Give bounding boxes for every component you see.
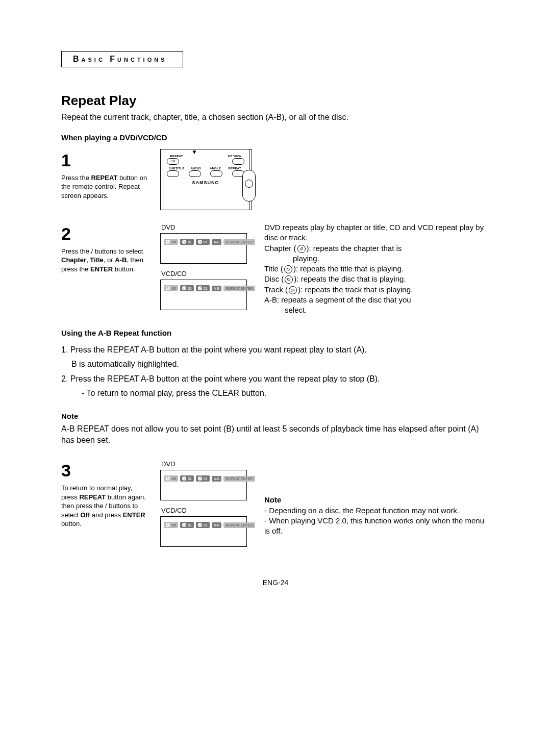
step-2-info: DVD repeats play by chapter or title, CD… [264,222,490,315]
osd-vcdcd-label-2: VCD/CD [161,507,252,514]
sidenote-2: - When playing VCD 2.0, this function wo… [264,516,490,537]
remote-button [210,170,222,177]
note-heading: Note [61,412,490,420]
step-3-sidenote: Note - Depending on a disc, the Repeat f… [264,459,490,536]
step-2-number: 2 [61,222,148,246]
step-1-row: 1 Press the REPEAT button on the remote … [61,149,490,210]
manual-page: Basic Functions Repeat Play Repeat the c… [0,0,551,617]
osd-dvd-label: DVD [161,223,252,231]
sidenote-1: - Depending on a disc, the Repeat functi… [264,506,490,516]
note-text: A-B REPEAT does not allow you to set poi… [61,423,490,446]
osd-dvd-label-2: DVD [161,460,252,468]
remote-control-diagram: ▼ REPEAT EZ VIEW A-B SUBTITLE AUDIO ANGL… [160,149,252,210]
step-1-text: 1 Press the REPEAT button on the remote … [61,149,148,200]
subheading-playing: When playing a DVD/VCD/CD [61,133,490,142]
step-1-number: 1 [61,149,148,172]
samsung-logo: SAMSUNG [167,180,244,185]
step-3-number: 3 [61,459,148,483]
remote-button: A-B [167,158,179,165]
intro-text: Repeat the current track, chapter, title… [61,113,490,122]
step-3-text: 3 To return to normal play, press REPEAT… [61,459,148,528]
track-repeat-icon: ◎ [289,286,297,294]
ab-step-1b: B is automatically highlighted. [61,359,490,370]
remote-button [232,158,244,165]
page-title: Repeat Play [61,93,490,109]
remote-jog-wheel [242,170,256,201]
remote-button [167,170,179,177]
sidenote-heading: Note [264,495,490,505]
step-2-osd-column: DVD ↻Off ↺01 ↺01 A-B REPEAT ENTER VCD/CD… [160,222,252,316]
title-repeat-icon: ↻ [284,265,292,273]
chapter-repeat-icon: ↺ [297,245,306,253]
section-header: Basic Functions [73,55,167,63]
disc-repeat-icon: ↻ [285,275,293,284]
osd-vcdcd-label: VCD/CD [161,270,252,278]
osd-vcdcd-box: ↻Off ◎01 ↺01 A-B REPEAT ENTER [160,280,247,310]
step-3-osd-column: DVD ↻Off ↺01 ↺01 A-B REPEAT ENTER VCD/CD… [160,459,252,553]
ab-step-1: 1. Press the REPEAT A-B button at the po… [61,344,490,356]
remote-button [189,170,201,177]
step-2-row: 2 Press the / buttons to select Chapter,… [61,222,490,316]
ab-step-2: 2. Press the REPEAT A-B button at the po… [61,373,490,385]
osd-vcdcd-box-2: ↻Off ◎01 ↺01 A-B REPEAT ENTER [160,516,247,547]
arrow-down-icon: ▼ [191,148,197,156]
ab-step-2b: - To return to normal play, press the CL… [61,388,490,399]
page-number: ENG-24 [61,578,490,587]
osd-dvd-box-2: ↻Off ↺01 ↺01 A-B REPEAT ENTER [160,470,247,500]
step-3-row: 3 To return to normal play, press REPEAT… [61,459,490,553]
osd-dvd-box: ↻Off ↺01 ↺01 A-B REPEAT ENTER [160,233,247,264]
step-2-text: 2 Press the / buttons to select Chapter,… [61,222,148,274]
ab-repeat-heading: Using the A-B Repeat function [61,329,490,337]
section-header-box: Basic Functions [61,51,183,67]
